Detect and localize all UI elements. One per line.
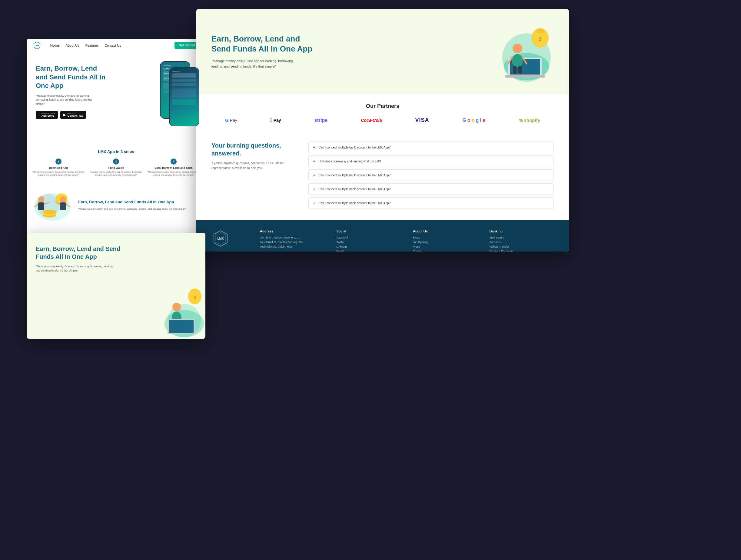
footer-contact[interactable]: Contact [413, 250, 477, 252]
earn-illustration: $ [33, 189, 72, 222]
download-label: Download on the [41, 112, 55, 114]
shopify-logo: 🛍 shopify [519, 118, 540, 123]
svg-point-13 [60, 196, 66, 202]
footer-currency-exchange[interactable]: Currency Exchange [489, 250, 554, 252]
bottom-illustration: $ [151, 284, 205, 339]
footer-reddit[interactable]: Reddit [337, 250, 401, 252]
steps-section: LMX App in 3 steps 1 Download App "Manag… [27, 143, 205, 183]
footer-banking-title: Banking [489, 229, 554, 233]
faq-item-2[interactable]: + How does borrowing and lending work on… [309, 155, 554, 167]
steps-grid: 1 Download App "Manage money easily. One… [31, 159, 201, 177]
navigation: LMX Home About Us Features Contact Us Ge… [27, 39, 205, 52]
svg-rect-14 [60, 202, 66, 210]
hero-description: "Manage money easily. One app for earnin… [36, 94, 103, 106]
faq-plus-icon-4: + [313, 187, 315, 191]
faq-question-5: Can I connect multiple bank account to t… [318, 201, 391, 205]
faq-plus-icon-1: + [313, 145, 315, 150]
footer-press[interactable]: Press [413, 245, 477, 248]
footer-wallets-transfer[interactable]: Wallets Transfer [489, 245, 554, 248]
google-play-button[interactable]: ▶ GET IT ON Google Play [60, 111, 86, 119]
footer-about-title: About Us [413, 229, 477, 233]
svg-rect-28 [518, 66, 522, 74]
footer-address-3: Technicity, 3g, Calvin, Hindi [260, 245, 325, 248]
footer-facebook[interactable]: Facebook [337, 236, 401, 239]
step-3-title: Earn, Borrow, Lend and Send [146, 166, 201, 169]
step-2-desc: "Manage money easily. One app for earnin… [89, 171, 143, 177]
cocacola-logo: Coca-Cola [361, 118, 382, 123]
svg-rect-41 [169, 320, 194, 333]
faq-question-1: Can I connect multiple bank account to t… [318, 146, 391, 149]
phone-header: LMX Wallet [163, 64, 187, 66]
svg-text:$: $ [539, 36, 542, 42]
footer-social: Social Facebook Twitter LinkedIn Reddit [337, 229, 401, 252]
faq-right: + Can I connect multiple bank account to… [309, 141, 554, 211]
svg-point-25 [513, 44, 522, 53]
svg-point-9 [38, 196, 44, 202]
footer-accounts[interactable]: Accounts [489, 241, 554, 244]
nav-features[interactable]: Features [85, 44, 98, 47]
faq-title: Your burning questions, answered. [211, 141, 296, 157]
phone-mockups: LMX Wallet 1,000.00 USD $100.00 $112.00 … [148, 55, 202, 134]
faq-plus-icon-2: + [313, 159, 315, 164]
step-3-number: 3 [171, 159, 177, 165]
faq-item-3[interactable]: + Can I connect multiple bank account to… [309, 169, 554, 181]
faq-item-1[interactable]: + Can I connect multiple bank account to… [309, 141, 554, 153]
footer-blogs[interactable]: Blogs [413, 236, 477, 239]
footer-logo: LMX [211, 229, 248, 252]
phone-screen-front: Dashboard [170, 68, 199, 126]
gpay-logo: G Pay [225, 118, 237, 123]
svg-point-38 [173, 303, 181, 311]
earn-desc: "Manage money easily. One app for earnin… [78, 207, 186, 211]
applepay-logo:  Pay [271, 118, 281, 123]
step-1-desc: "Manage money easily. One app for earnin… [31, 171, 86, 177]
bottom-partial-content: Earn, Borrow, Lend and Send Funds All In… [27, 233, 205, 285]
partners-title: Our Partners [211, 103, 554, 109]
footer-stay-secure[interactable]: Stay Secure [489, 236, 554, 239]
get-it-label: GET IT ON [67, 112, 83, 114]
phone-front: Dashboard [169, 67, 199, 126]
footer-address-title: Address [260, 229, 325, 233]
partners-grid: G Pay  Pay stripe Coca-Cola VISA Google… [211, 117, 554, 123]
visa-logo: VISA [415, 117, 429, 123]
step-2: 2 Fund Wallet "Manage money easily. One … [89, 159, 143, 177]
get-started-button[interactable]: Get Started [175, 42, 199, 49]
nav-contact[interactable]: Contact Us [105, 44, 121, 47]
step-1-number: 1 [55, 159, 62, 165]
faq-question-3: Can I connect multiple bank account to t… [318, 174, 391, 177]
right-hero-title: Earn, Borrow, Lend and Send Funds All In… [211, 34, 315, 55]
svg-rect-27 [513, 66, 517, 74]
right-hero-content: Earn, Borrow, Lend and Send Funds All In… [211, 34, 315, 69]
faq-item-4[interactable]: + Can I connect multiple bank account to… [309, 183, 554, 195]
footer-twitter[interactable]: Twitter [337, 241, 401, 244]
footer-linkedin[interactable]: LinkedIn [337, 245, 401, 248]
step-3-desc: "Manage money easily. One app for earnin… [146, 171, 201, 177]
faq-question-2: How does borrowing and lending work on L… [318, 160, 381, 163]
nav-home[interactable]: Home [50, 44, 60, 47]
logo: LMX [33, 41, 41, 50]
footer-job-opening[interactable]: Job Opening [413, 241, 477, 244]
footer-address-2: 9a, eternal St, Staples Burnaby, GA [260, 241, 325, 244]
apple-icon:  [39, 113, 40, 117]
app-store-button[interactable]:  Download on the App Store [36, 111, 58, 119]
browser-bottom-left: Earn, Borrow, Lend and Send Funds All In… [27, 233, 205, 339]
browser-left: LMX Home About Us Features Contact Us Ge… [27, 39, 205, 245]
earn-title: Earn, Borrow, Lend and Send Funds All In… [78, 200, 186, 205]
app-store-label: App Store [41, 114, 55, 117]
faq-left: Your burning questions, answered. If you… [211, 141, 296, 211]
footer-social-title: Social [337, 229, 401, 233]
svg-text:$: $ [194, 295, 196, 300]
svg-point-26 [512, 54, 523, 67]
footer-about: About Us Blogs Job Opening Press Contact [413, 229, 477, 252]
logo-icon: LMX [33, 41, 41, 50]
step-2-number: 2 [113, 159, 119, 165]
nav-about[interactable]: About Us [66, 44, 79, 47]
phone-front-header: Dashboard [172, 70, 196, 72]
google-logo: Google [462, 118, 485, 123]
bottom-partial-title: Earn, Borrow, Lend and Send Funds All In… [36, 245, 121, 261]
footer: LMX Address 254, Erin Crescent, Dunmore,… [196, 220, 569, 252]
svg-rect-10 [38, 202, 44, 210]
footer-address: Address 254, Erin Crescent, Dunmore, CL … [260, 229, 325, 252]
right-hero: Earn, Borrow, Lend and Send Funds All In… [196, 9, 569, 94]
faq-plus-icon-5: + [313, 201, 315, 205]
faq-item-5[interactable]: + Can I connect multiple bank account to… [309, 197, 554, 209]
